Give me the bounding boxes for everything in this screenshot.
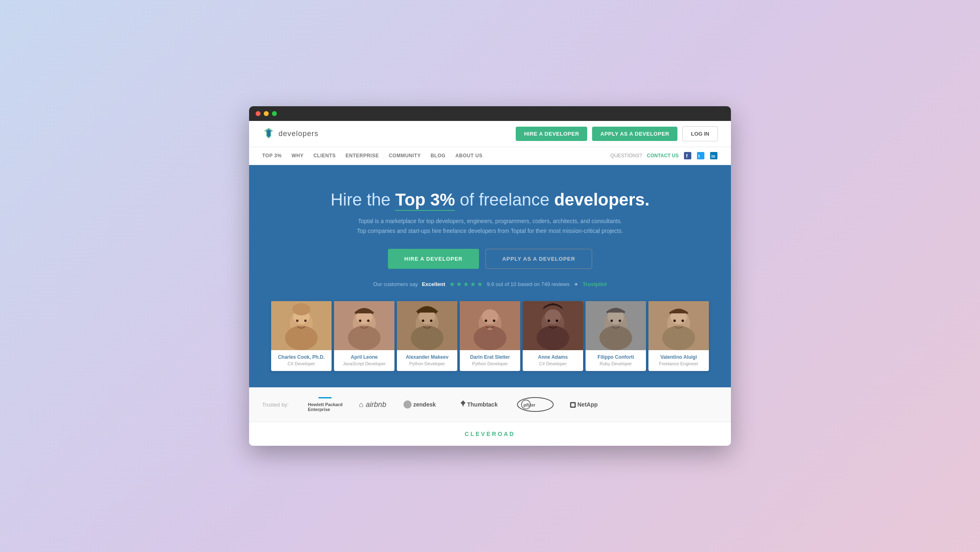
svg-point-39 <box>556 320 558 322</box>
svg-point-31 <box>485 320 487 322</box>
nav-community[interactable]: COMMUNITY <box>389 153 421 159</box>
maximize-dot[interactable] <box>272 111 277 116</box>
hero-apply-button[interactable]: APPLY AS A DEVELOPER <box>486 249 592 269</box>
apply-developer-button[interactable]: APPLY AS A DEVELOPER <box>592 127 677 141</box>
svg-point-51 <box>682 320 684 322</box>
airbnb-text: airbnb <box>366 400 386 409</box>
developer-card-3: Alexander Makeev Python Developer <box>397 301 457 371</box>
hero-top3: Top 3% <box>395 190 455 211</box>
svg-text:zendesk: zendesk <box>413 401 436 408</box>
dev-name-4: Darin Erat Sleiter <box>464 354 516 360</box>
login-button[interactable]: LOG IN <box>682 126 718 141</box>
toptal-logo-icon <box>262 127 275 140</box>
linkedin-icon[interactable]: in <box>710 152 718 160</box>
dev-role-1: C# Developer <box>275 361 327 366</box>
dev-role-6: Ruby Developer <box>590 361 642 366</box>
pfizer-logo: pfizer <box>517 397 554 412</box>
dev-photo-7 <box>648 301 709 350</box>
svg-point-17 <box>348 326 381 350</box>
developers-row: Charles Cook, Ph.D. C# Developer <box>262 301 718 371</box>
hpe-text: Hewlett PackardEnterprise <box>308 402 343 412</box>
trusted-section: Trusted by: Hewlett PackardEnterprise ⌂ … <box>249 387 731 422</box>
developer-card-5: Anne Adams C# Developer <box>523 301 583 371</box>
hero-hire-button[interactable]: HIRE A DEVELOPER <box>388 249 479 269</box>
developer-card-6: Filippo Conforti Ruby Developer <box>586 301 646 371</box>
netapp-logo: NetApp <box>570 400 607 409</box>
hero-subtitle: Toptal is a marketplace for top develope… <box>262 217 718 236</box>
nav-clients[interactable]: CLIENTS <box>313 153 336 159</box>
star-1: ★ <box>449 280 455 288</box>
svg-point-14 <box>292 303 310 315</box>
developer-card-1: Charles Cook, Ph.D. C# Developer <box>271 301 332 371</box>
svg-point-20 <box>367 320 370 322</box>
svg-point-36 <box>537 326 569 350</box>
svg-point-30 <box>482 309 498 324</box>
sub-nav-right: QUESTIONS? CONTACT US f t in <box>610 152 718 160</box>
dev-info-6: Filippo Conforti Ruby Developer <box>586 350 646 371</box>
dev-name-7: Valentino Aluigi <box>653 354 705 360</box>
dev-info-3: Alexander Makeev Python Developer <box>397 350 457 371</box>
pfizer-svg: pfizer <box>521 400 550 409</box>
dev-name-1: Charles Cook, Ph.D. <box>275 354 327 360</box>
svg-text:NetApp: NetApp <box>577 401 598 408</box>
developer-card-2: April Leone JavaScript Developer <box>334 301 394 371</box>
airbnb-icon: ⌂ <box>359 400 363 409</box>
dev-name-3: Alexander Makeev <box>401 354 453 360</box>
hero-section: Hire the Top 3% of freelance developers.… <box>249 165 731 388</box>
facebook-icon[interactable]: f <box>684 152 692 160</box>
svg-point-33 <box>488 328 492 330</box>
svg-point-37 <box>545 309 561 324</box>
nav-blog[interactable]: BLOG <box>430 153 445 159</box>
dev-photo-6 <box>586 301 646 350</box>
svg-rect-58 <box>571 403 575 407</box>
developer-card-7: Valentino Aluigi Freelance Engineer <box>648 301 709 371</box>
svg-text:in: in <box>711 154 715 159</box>
svg-point-45 <box>619 320 621 322</box>
twitter-icon[interactable]: t <box>697 152 705 160</box>
svg-text:Thumbtack: Thumbtack <box>467 401 498 408</box>
dev-info-5: Anne Adams C# Developer <box>523 350 583 371</box>
contact-us-link[interactable]: CONTACT US <box>647 153 679 159</box>
sub-navigation: TOP 3% WHY CLIENTS ENTERPRISE COMMUNITY … <box>249 147 731 165</box>
svg-point-12 <box>296 320 298 322</box>
hero-title: Hire the Top 3% of freelance developers. <box>262 190 718 210</box>
thumbtack-logo: Thumbtack <box>460 400 501 409</box>
svg-point-44 <box>610 320 613 322</box>
minimize-dot[interactable] <box>264 111 269 116</box>
zendesk-logo: zendesk <box>403 400 443 409</box>
nav-top3[interactable]: TOP 3% <box>262 153 282 159</box>
dev-name-6: Filippo Conforti <box>590 354 642 360</box>
dev-photo-3 <box>397 301 457 350</box>
svg-point-10 <box>285 326 318 350</box>
hire-developer-button[interactable]: HIRE A DEVELOPER <box>516 127 587 141</box>
logo-text: developers <box>278 130 318 138</box>
nav-enterprise[interactable]: ENTERPRISE <box>345 153 379 159</box>
nav-why[interactable]: WHY <box>292 153 304 159</box>
dev-photo-1 <box>271 301 332 350</box>
trustpilot-icon: ✦ <box>574 281 579 288</box>
dev-info-7: Valentino Aluigi Freelance Engineer <box>648 350 709 371</box>
svg-point-38 <box>548 320 550 322</box>
svg-point-52 <box>403 400 412 409</box>
customers-say-text: Our customers say <box>373 281 418 287</box>
header-buttons: HIRE A DEVELOPER APPLY AS A DEVELOPER LO… <box>516 126 718 141</box>
hero-cta-buttons: HIRE A DEVELOPER APPLY AS A DEVELOPER <box>262 249 718 269</box>
thumbtack-svg: Thumbtack <box>460 400 501 409</box>
dev-info-4: Darin Erat Sleiter Python Developer <box>460 350 520 371</box>
star-4: ★ <box>470 280 476 288</box>
dev-name-2: April Leone <box>338 354 390 360</box>
browser-chrome <box>249 106 731 121</box>
close-dot[interactable] <box>256 111 261 116</box>
client-logos: Hewlett PackardEnterprise ⌂ airbnb zende… <box>308 397 718 412</box>
sub-nav-links: TOP 3% WHY CLIENTS ENTERPRISE COMMUNITY … <box>262 153 483 159</box>
hpe-bar <box>318 397 332 398</box>
svg-point-50 <box>673 320 676 322</box>
trustpilot-row: Our customers say Excellent ★ ★ ★ ★ ★ 9.… <box>262 280 718 288</box>
svg-point-19 <box>359 320 361 322</box>
svg-point-23 <box>411 326 443 350</box>
trustpilot-score: 9.6 out of 10 based on 749 reviews <box>487 281 569 287</box>
dev-info-2: April Leone JavaScript Developer <box>334 350 394 371</box>
svg-point-13 <box>304 320 307 322</box>
nav-about[interactable]: ABOUT US <box>455 153 483 159</box>
svg-text:pfizer: pfizer <box>523 402 536 407</box>
